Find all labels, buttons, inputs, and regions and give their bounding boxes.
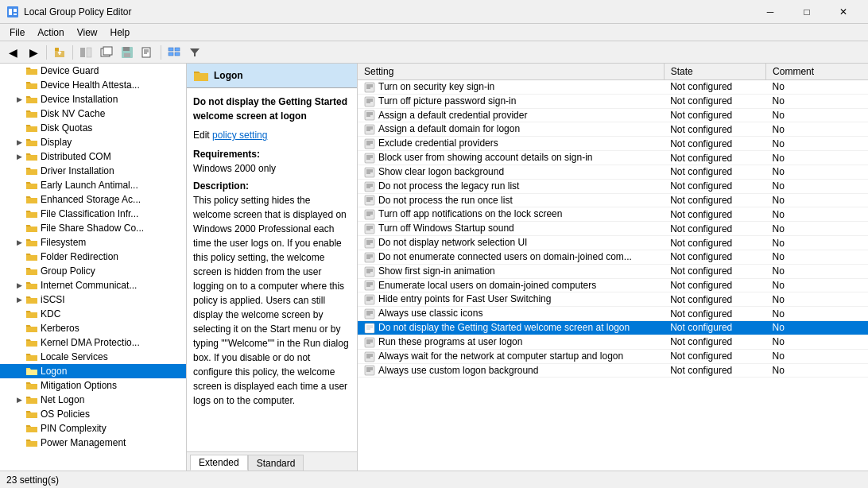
up-button[interactable] bbox=[50, 44, 69, 61]
setting-state: Not configured bbox=[664, 278, 765, 292]
edit-policy-link[interactable]: policy setting bbox=[212, 130, 267, 141]
view-btn[interactable] bbox=[165, 44, 184, 61]
table-row[interactable]: Do not display the Getting Started welco… bbox=[358, 321, 868, 335]
menu-help[interactable]: Help bbox=[104, 24, 137, 41]
table-row[interactable]: Turn off picture password sign-inNot con… bbox=[358, 94, 868, 108]
tree-item[interactable]: Kerberos bbox=[0, 321, 186, 335]
tab-standard[interactable]: Standard bbox=[248, 455, 304, 471]
setting-name: Do not process the legacy run list bbox=[378, 180, 519, 192]
close-button[interactable]: ✕ bbox=[825, 0, 862, 24]
table-row[interactable]: Do not process the run once listNot conf… bbox=[358, 193, 868, 207]
tree-item[interactable]: Group Policy bbox=[0, 264, 186, 278]
table-row[interactable]: Turn on security key sign-inNot configur… bbox=[358, 80, 868, 95]
tree-item[interactable]: File Share Shadow Co... bbox=[0, 221, 186, 235]
tree-item[interactable]: Device Guard bbox=[0, 64, 186, 78]
setting-name: Always use custom logon background bbox=[378, 365, 538, 376]
table-row[interactable]: Turn off Windows Startup soundNot config… bbox=[358, 222, 868, 236]
col-state[interactable]: State bbox=[664, 64, 765, 80]
svg-rect-82 bbox=[365, 295, 374, 304]
svg-rect-90 bbox=[365, 323, 374, 333]
folder-icon bbox=[25, 108, 38, 119]
setting-icon bbox=[364, 252, 375, 263]
table-row[interactable]: Hide entry points for Fast User Switchin… bbox=[358, 292, 868, 307]
table-row[interactable]: Exclude credential providersNot configur… bbox=[358, 137, 868, 151]
table-row[interactable]: Run these programs at user logonNot conf… bbox=[358, 335, 868, 349]
folder-icon bbox=[25, 151, 38, 162]
table-row[interactable]: Show clear logon backgroundNot configure… bbox=[358, 165, 868, 179]
tree-item[interactable]: Driver Installation bbox=[0, 164, 186, 178]
tree-item[interactable]: Kernel DMA Protectio... bbox=[0, 335, 186, 350]
tree-item-label: Filesystem bbox=[41, 237, 86, 248]
description-label: Description: bbox=[193, 180, 249, 192]
tree-item[interactable]: Mitigation Options bbox=[0, 378, 186, 393]
tree-item[interactable]: Enhanced Storage Ac... bbox=[0, 192, 186, 207]
table-row[interactable]: Do not display network selection UINot c… bbox=[358, 236, 868, 250]
tree-item[interactable]: ▶ Device Installation bbox=[0, 92, 186, 107]
setting-icon bbox=[364, 294, 375, 305]
table-row[interactable]: Block user from showing account details … bbox=[358, 151, 868, 165]
svg-rect-4 bbox=[55, 48, 59, 51]
tree-item[interactable]: Disk NV Cache bbox=[0, 107, 186, 121]
table-row[interactable]: Enumerate local users on domain-joined c… bbox=[358, 278, 868, 292]
svg-rect-54 bbox=[365, 196, 374, 205]
table-row[interactable]: Always use custom logon backgroundNot co… bbox=[358, 363, 868, 378]
tree-item[interactable]: PIN Complexity bbox=[0, 421, 186, 436]
tree-item[interactable]: ▶ Display bbox=[0, 135, 186, 149]
tree-item[interactable]: Power Management bbox=[0, 436, 186, 450]
menu-action[interactable]: Action bbox=[31, 24, 70, 41]
tree-item[interactable]: OS Policies bbox=[0, 407, 186, 421]
tree-item[interactable]: KDC bbox=[0, 307, 186, 321]
table-row[interactable]: Assign a default credential providerNot … bbox=[358, 108, 868, 122]
tree-item-label: Power Management bbox=[41, 437, 126, 448]
setting-name: Turn off Windows Startup sound bbox=[378, 223, 514, 234]
folder-icon bbox=[25, 294, 38, 305]
tree-item[interactable]: Logon bbox=[0, 364, 186, 378]
filter-btn[interactable] bbox=[185, 44, 204, 61]
setting-state: Not configured bbox=[664, 250, 765, 264]
maximize-button[interactable]: □ bbox=[789, 0, 825, 24]
table-row[interactable]: Turn off app notifications on the lock s… bbox=[358, 207, 868, 222]
tree-item[interactable]: File Classification Infr... bbox=[0, 207, 186, 221]
show-hide-btn[interactable] bbox=[76, 44, 95, 61]
tab-extended[interactable]: Extended bbox=[190, 455, 248, 471]
table-row[interactable]: Always wait for the network at computer … bbox=[358, 349, 868, 363]
tree-item-label: Device Guard bbox=[41, 65, 99, 76]
folder-icon bbox=[25, 94, 38, 105]
tree-item[interactable]: ▶ Internet Communicat... bbox=[0, 278, 186, 292]
menu-view[interactable]: View bbox=[71, 24, 104, 41]
table-row[interactable]: Do not enumerate connected users on doma… bbox=[358, 250, 868, 264]
table-row[interactable]: Assign a default domain for logonNot con… bbox=[358, 122, 868, 137]
save-btn[interactable] bbox=[118, 44, 137, 61]
tree-item[interactable]: ▶ iSCSI bbox=[0, 292, 186, 307]
svg-rect-22 bbox=[365, 83, 374, 92]
col-comment[interactable]: Comment bbox=[766, 64, 868, 80]
main-layout: Device Guard Device Health Attesta...▶ D… bbox=[0, 64, 868, 471]
table-row[interactable]: Always use classic iconsNot configuredNo bbox=[358, 307, 868, 321]
tree-item[interactable]: ▶ Distributed COM bbox=[0, 149, 186, 164]
tree-item[interactable]: ▶ Filesystem bbox=[0, 235, 186, 250]
tree-panel[interactable]: Device Guard Device Health Attesta...▶ D… bbox=[0, 64, 187, 471]
back-button[interactable]: ◀ bbox=[3, 44, 22, 61]
tree-item[interactable]: Folder Redirection bbox=[0, 250, 186, 264]
tree-item[interactable]: Early Launch Antimal... bbox=[0, 178, 186, 192]
forward-button[interactable]: ▶ bbox=[24, 44, 43, 61]
tree-item-label: Device Installation bbox=[41, 94, 118, 105]
folder-icon bbox=[25, 351, 38, 362]
tree-item[interactable]: Locale Services bbox=[0, 350, 186, 364]
tree-item[interactable]: Device Health Attesta... bbox=[0, 78, 186, 92]
setting-name-cell: Always use classic icons bbox=[358, 307, 664, 321]
table-row[interactable]: Do not process the legacy run listNot co… bbox=[358, 179, 868, 193]
tree-item[interactable]: Disk Quotas bbox=[0, 121, 186, 135]
setting-name-cell: Turn off picture password sign-in bbox=[358, 94, 664, 108]
tree-item[interactable]: ▶ Net Logon bbox=[0, 393, 186, 407]
minimize-button[interactable]: ─ bbox=[752, 0, 789, 24]
tree-item-label: OS Policies bbox=[41, 409, 90, 420]
properties-btn[interactable] bbox=[138, 44, 157, 61]
settings-table[interactable]: Setting State Comment Turn on security k… bbox=[358, 64, 868, 471]
tree-item-label: Device Health Attesta... bbox=[41, 79, 140, 91]
table-row[interactable]: Show first sign-in animationNot configur… bbox=[358, 264, 868, 278]
col-setting[interactable]: Setting bbox=[358, 64, 664, 80]
new-window-btn[interactable] bbox=[97, 44, 116, 61]
folder-icon bbox=[25, 323, 38, 334]
menu-file[interactable]: File bbox=[3, 24, 31, 41]
